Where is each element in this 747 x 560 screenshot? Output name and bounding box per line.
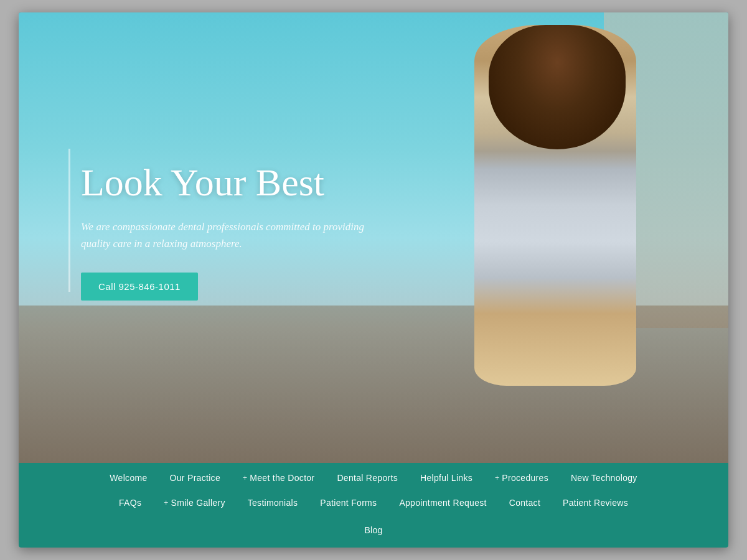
nav-item-label: Patient Forms xyxy=(320,498,377,508)
nav-row-2: FAQs+Smile GalleryTestimonialsPatient Fo… xyxy=(19,490,728,518)
nav-row-1: WelcomeOur Practice+Meet the DoctorDenta… xyxy=(19,463,728,490)
hero-title: Look Your Best xyxy=(68,161,392,203)
nav-item-label: FAQs xyxy=(119,498,141,508)
nav-plus-icon: + xyxy=(495,474,499,482)
main-navigation: WelcomeOur Practice+Meet the DoctorDenta… xyxy=(19,463,728,548)
hero-left-accent xyxy=(68,149,70,292)
nav-item-our-practice[interactable]: Our Practice xyxy=(159,465,232,490)
nav-item-testimonials[interactable]: Testimonials xyxy=(237,490,309,515)
nav-item-label: Patient Reviews xyxy=(563,498,628,508)
nav-item-label: Helpful Links xyxy=(420,473,472,483)
nav-item-label: Procedures xyxy=(502,473,548,483)
nav-item-label: Appointment Request xyxy=(399,498,486,508)
nav-item-label: Blog xyxy=(364,525,382,535)
nav-row-3: Blog xyxy=(19,518,728,548)
nav-item-helpful-links[interactable]: Helpful Links xyxy=(409,465,484,490)
nav-item-patient-forms[interactable]: Patient Forms xyxy=(309,490,388,515)
nav-item-label: Our Practice xyxy=(170,473,220,483)
nav-item-new-technology[interactable]: New Technology xyxy=(560,465,649,490)
nav-item-contact[interactable]: Contact xyxy=(498,490,552,515)
nav-item-label: Testimonials xyxy=(248,498,298,508)
nav-item-label: Contact xyxy=(509,498,540,508)
browser-window: Look Your Best We are compassionate dent… xyxy=(19,12,728,548)
nav-item-dental-reports[interactable]: Dental Reports xyxy=(326,465,409,490)
nav-item-label: Welcome xyxy=(110,473,147,483)
nav-plus-icon: + xyxy=(243,474,247,482)
nav-item-label: Dental Reports xyxy=(337,473,398,483)
nav-item-label: Smile Gallery xyxy=(171,498,225,508)
hero-subtitle: We are compassionate dental professional… xyxy=(68,218,392,252)
nav-item-appointment-request[interactable]: Appointment Request xyxy=(388,490,497,515)
nav-item-procedures[interactable]: +Procedures xyxy=(484,465,560,490)
nav-item-label: Meet the Doctor xyxy=(250,473,314,483)
nav-item-welcome[interactable]: Welcome xyxy=(98,465,158,490)
nav-item-patient-reviews[interactable]: Patient Reviews xyxy=(552,490,639,515)
nav-item-faqs[interactable]: FAQs xyxy=(108,490,153,515)
nav-item-smile-gallery[interactable]: +Smile Gallery xyxy=(153,490,236,515)
hero-section: Look Your Best We are compassionate dent… xyxy=(19,12,728,463)
nav-item-meet-the-doctor[interactable]: +Meet the Doctor xyxy=(232,465,326,490)
nav-item-blog[interactable]: Blog xyxy=(353,518,393,543)
hero-person-image xyxy=(392,25,654,411)
nav-item-label: New Technology xyxy=(571,473,637,483)
hero-content: Look Your Best We are compassionate dent… xyxy=(68,161,392,301)
call-cta-button[interactable]: Call 925-846-1011 xyxy=(81,273,198,301)
nav-plus-icon: + xyxy=(164,498,168,507)
